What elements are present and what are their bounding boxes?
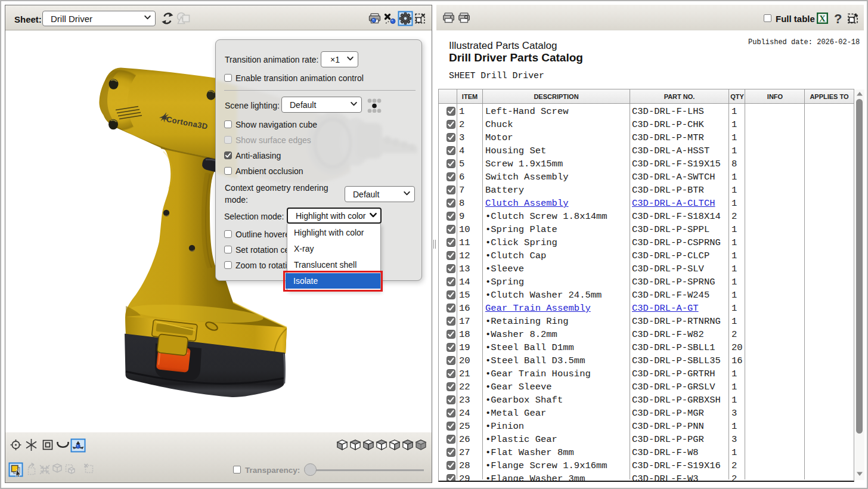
svg-text:X: X [819, 14, 826, 23]
